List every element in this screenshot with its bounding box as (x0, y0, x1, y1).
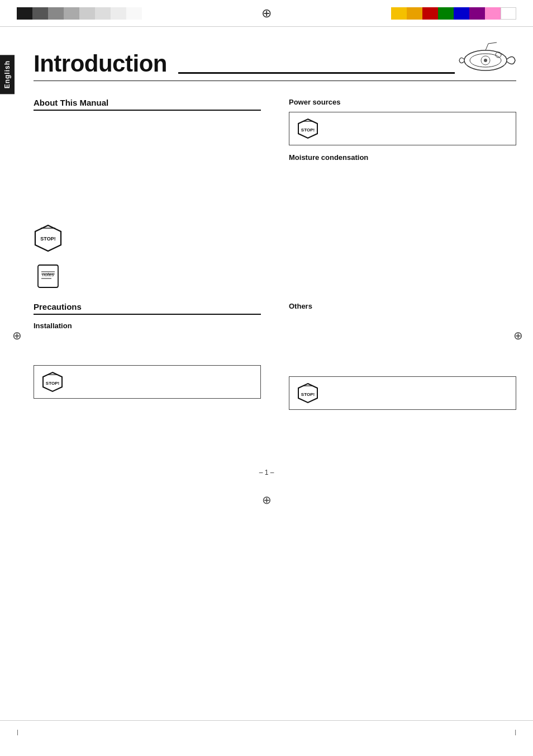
installation-text2 (34, 349, 261, 360)
precautions-left: Precautions Installation STOP! (34, 302, 278, 435)
installation-text3 (34, 404, 261, 414)
page-number: – 1 – (0, 469, 533, 488)
swatch (32, 7, 48, 20)
swatch (485, 7, 501, 20)
notes-icon-row: notes (34, 262, 533, 291)
swatch (126, 7, 142, 20)
svg-text:STOP!: STOP! (40, 236, 55, 242)
precautions-content: Precautions Installation STOP! Others (0, 302, 533, 435)
precautions-heading: Precautions (34, 302, 261, 315)
swatch (454, 7, 469, 20)
swatch (501, 7, 516, 20)
crosshair-left: ⊕ (12, 329, 22, 342)
title-underline (178, 69, 455, 74)
moisture-text3 (289, 197, 516, 207)
others-text4 (289, 361, 516, 371)
color-strip-right (391, 7, 516, 20)
others-right: Others STOP! (278, 302, 516, 435)
svg-text:STOP!: STOP! (301, 392, 315, 397)
device-image (455, 38, 516, 77)
swatch (407, 7, 422, 20)
installation-heading: Installation (34, 322, 261, 330)
about-manual-heading: About This Manual (34, 98, 261, 111)
power-sources-heading: Power sources (289, 98, 516, 106)
swatch (111, 7, 126, 20)
stop-icon-installation: STOP! (42, 371, 63, 393)
top-bar: ⊕ (0, 0, 533, 27)
moisture-text (289, 166, 516, 176)
svg-text:notes: notes (42, 272, 55, 277)
swatch (438, 7, 454, 20)
swatch (391, 7, 407, 20)
bottom-bar: | | (0, 720, 533, 743)
language-tab: English (0, 55, 15, 94)
stop-icon-others: STOP! (297, 382, 318, 404)
swatch (48, 7, 64, 20)
crosshair-right: ⊕ (513, 329, 523, 342)
right-column: Power sources STOP! Moisture condensatio… (278, 98, 516, 212)
title-row: Introduction (0, 38, 533, 77)
others-text3 (289, 346, 516, 356)
bottom-crosshair-wrapper: ⊕ (0, 493, 533, 507)
installation-warning-box: STOP! (34, 365, 261, 399)
title-rule (34, 81, 516, 81)
about-manual-text2 (34, 133, 261, 143)
stop-icon-row: STOP! (34, 224, 533, 253)
main-content: About This Manual Power sources STOP! (0, 98, 533, 212)
bottom-right-line: | (515, 729, 516, 735)
swatch (17, 7, 32, 20)
swatch (469, 7, 485, 20)
page-title: Introduction (34, 50, 167, 77)
others-text (289, 315, 516, 325)
about-manual-text (34, 117, 261, 127)
installation-text (34, 334, 261, 344)
swatch (79, 7, 95, 20)
svg-line-3 (488, 42, 497, 44)
others-heading: Others (289, 302, 516, 310)
installation-text4 (34, 420, 261, 430)
moisture-text2 (289, 182, 516, 192)
moisture-heading: Moisture condensation (289, 153, 516, 162)
svg-line-2 (486, 44, 488, 50)
swatch (422, 7, 438, 20)
others-text2 (289, 330, 516, 340)
color-strip-left (17, 7, 142, 20)
others-warning-box: STOP! (289, 376, 516, 410)
crosshair-top-center: ⊕ (261, 6, 272, 21)
swatch (95, 7, 111, 20)
bottom-left-line: | (17, 729, 18, 735)
svg-text:STOP!: STOP! (301, 127, 315, 133)
crosshair-bottom-center: ⊕ (262, 494, 272, 506)
stop-icon: STOP! (297, 118, 318, 139)
left-column: About This Manual (34, 98, 278, 212)
icons-section: STOP! notes (0, 224, 533, 291)
power-sources-warning-box: STOP! (289, 112, 516, 145)
svg-point-5 (484, 59, 487, 62)
swatch (64, 7, 79, 20)
svg-text:STOP!: STOP! (46, 381, 59, 386)
